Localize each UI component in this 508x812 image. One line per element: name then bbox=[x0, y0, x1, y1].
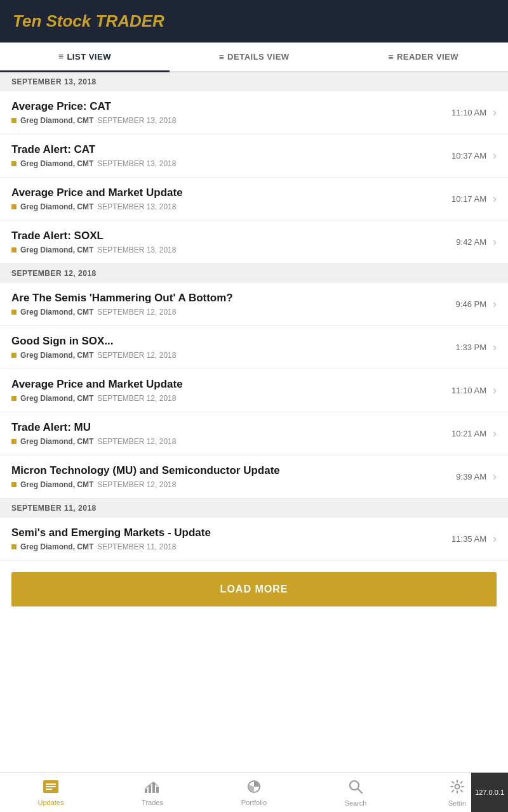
item-author: Greg Diamond, CMT bbox=[20, 246, 93, 254]
date-sep-sep12: SEPTEMBER 12, 2018 bbox=[0, 264, 508, 283]
item-author: Greg Diamond, CMT bbox=[20, 159, 93, 168]
item-title: Average Price and Market Update bbox=[11, 378, 451, 391]
nav-search[interactable]: Search bbox=[305, 773, 406, 812]
svg-line-10 bbox=[358, 789, 363, 794]
svg-rect-6 bbox=[152, 783, 155, 793]
item-dot bbox=[11, 204, 17, 209]
item-author: Greg Diamond, CMT bbox=[20, 308, 93, 317]
svg-rect-5 bbox=[149, 785, 151, 793]
main-content: SEPTEMBER 13, 2018 Average Price: CAT Gr… bbox=[0, 72, 508, 732]
item-title: Average Price: CAT bbox=[11, 100, 451, 113]
item-date: SEPTEMBER 12, 2018 bbox=[97, 351, 176, 360]
item-title: Micron Technology (MU) and Semiconductor… bbox=[11, 464, 456, 477]
svg-rect-4 bbox=[145, 789, 147, 793]
item-time: 9:46 PM bbox=[456, 299, 486, 309]
item-date: SEPTEMBER 11, 2018 bbox=[97, 542, 176, 551]
item-time: 10:21 AM bbox=[451, 429, 486, 438]
list-item[interactable]: Average Price and Market Update Greg Dia… bbox=[0, 178, 508, 221]
list-item[interactable]: Are The Semis 'Hammering Out' A Bottom? … bbox=[0, 283, 508, 326]
app-logo: Ten Stock TRADER bbox=[13, 11, 164, 31]
logo-part1: Ten Stock bbox=[13, 11, 91, 30]
item-date: SEPTEMBER 12, 2018 bbox=[97, 437, 176, 446]
chevron-right-icon: › bbox=[493, 384, 497, 397]
tab-list-view[interactable]: ≡ LIST VIEW bbox=[0, 43, 170, 72]
version-badge: 127.0.0.1 bbox=[471, 773, 508, 812]
item-title: Are The Semis 'Hammering Out' A Bottom? bbox=[11, 292, 456, 304]
item-date: SEPTEMBER 13, 2018 bbox=[97, 116, 176, 125]
item-dot bbox=[11, 482, 17, 487]
item-time: 1:33 PM bbox=[456, 343, 486, 352]
item-time: 11:35 AM bbox=[451, 534, 486, 544]
nav-settings-label: Settin bbox=[448, 799, 466, 807]
item-dot bbox=[11, 161, 17, 166]
chevron-right-icon: › bbox=[493, 532, 497, 546]
item-dot bbox=[11, 439, 17, 444]
item-author: Greg Diamond, CMT bbox=[20, 437, 93, 446]
chevron-right-icon: › bbox=[493, 427, 497, 440]
portfolio-icon bbox=[246, 780, 262, 796]
nav-updates[interactable]: Updates bbox=[0, 773, 102, 812]
item-dot bbox=[11, 396, 17, 401]
tab-list-label: LIST VIEW bbox=[67, 52, 111, 62]
details-view-icon: ≡ bbox=[218, 52, 224, 62]
chevron-right-icon: › bbox=[493, 149, 497, 162]
item-date: SEPTEMBER 13, 2018 bbox=[97, 202, 176, 211]
item-time: 10:17 AM bbox=[451, 194, 486, 204]
bottom-spacer bbox=[0, 618, 508, 732]
item-date: SEPTEMBER 12, 2018 bbox=[97, 394, 176, 403]
chevron-right-icon: › bbox=[493, 470, 497, 483]
item-author: Greg Diamond, CMT bbox=[20, 394, 93, 403]
item-title: Good Sign in SOX... bbox=[11, 335, 456, 348]
svg-point-11 bbox=[455, 785, 460, 789]
item-date: SEPTEMBER 13, 2018 bbox=[97, 246, 176, 254]
nav-trades[interactable]: Trades bbox=[102, 773, 203, 812]
item-title: Semi's and Emerging Markets - Update bbox=[11, 527, 451, 539]
list-item[interactable]: Average Price and Market Update Greg Dia… bbox=[0, 369, 508, 412]
tab-details-view[interactable]: ≡ DETAILS VIEW bbox=[170, 43, 339, 71]
list-item[interactable]: Trade Alert: SOXL Greg Diamond, CMT SEPT… bbox=[0, 221, 508, 264]
tab-reader-view[interactable]: ≡ READER VIEW bbox=[338, 43, 508, 71]
list-item[interactable]: Average Price: CAT Greg Diamond, CMT SEP… bbox=[0, 91, 508, 134]
item-title: Trade Alert: SOXL bbox=[11, 230, 456, 242]
chevron-right-icon: › bbox=[493, 106, 497, 119]
chevron-right-icon: › bbox=[493, 192, 497, 206]
tab-details-label: DETAILS VIEW bbox=[227, 52, 289, 62]
chevron-right-icon: › bbox=[493, 341, 497, 354]
nav-trades-label: Trades bbox=[142, 799, 163, 806]
nav-portfolio[interactable]: Portfolio bbox=[203, 773, 305, 812]
item-dot bbox=[11, 247, 17, 252]
search-icon bbox=[348, 779, 363, 797]
list-item[interactable]: Good Sign in SOX... Greg Diamond, CMT SE… bbox=[0, 326, 508, 369]
item-author: Greg Diamond, CMT bbox=[20, 202, 93, 211]
updates-icon bbox=[43, 780, 59, 796]
load-more-button[interactable]: LOAD MORE bbox=[11, 572, 497, 606]
item-time: 11:10 AM bbox=[451, 108, 486, 117]
item-time: 11:10 AM bbox=[451, 386, 486, 395]
list-item[interactable]: Semi's and Emerging Markets - Update Gre… bbox=[0, 518, 508, 561]
item-author: Greg Diamond, CMT bbox=[20, 351, 93, 360]
list-item[interactable]: Trade Alert: MU Greg Diamond, CMT SEPTEM… bbox=[0, 412, 508, 455]
item-time: 10:37 AM bbox=[451, 151, 486, 160]
app-header: Ten Stock TRADER bbox=[0, 0, 508, 43]
nav-updates-label: Updates bbox=[38, 799, 64, 806]
item-dot bbox=[11, 544, 17, 549]
item-dot bbox=[11, 310, 17, 315]
item-time: 9:39 AM bbox=[456, 472, 486, 481]
item-date: SEPTEMBER 13, 2018 bbox=[97, 159, 176, 168]
reader-view-icon: ≡ bbox=[388, 52, 394, 62]
bottom-nav: Updates Trades Portfolio bbox=[0, 772, 508, 812]
date-sep-sep11: SEPTEMBER 11, 2018 bbox=[0, 499, 508, 518]
list-item[interactable]: Trade Alert: CAT Greg Diamond, CMT SEPTE… bbox=[0, 134, 508, 178]
list-view-icon: ≡ bbox=[58, 51, 64, 62]
nav-settings[interactable]: Settin 127.0.0.1 bbox=[406, 773, 508, 812]
item-dot bbox=[11, 118, 17, 123]
view-tabs: ≡ LIST VIEW ≡ DETAILS VIEW ≡ READER VIEW bbox=[0, 43, 508, 72]
item-time: 9:42 AM bbox=[456, 237, 486, 247]
nav-portfolio-label: Portfolio bbox=[241, 799, 267, 806]
trades-icon bbox=[144, 780, 161, 796]
tab-reader-label: READER VIEW bbox=[397, 52, 458, 62]
item-author: Greg Diamond, CMT bbox=[20, 116, 93, 125]
list-item[interactable]: Micron Technology (MU) and Semiconductor… bbox=[0, 455, 508, 499]
item-author: Greg Diamond, CMT bbox=[20, 542, 93, 551]
chevron-right-icon: › bbox=[493, 235, 497, 249]
